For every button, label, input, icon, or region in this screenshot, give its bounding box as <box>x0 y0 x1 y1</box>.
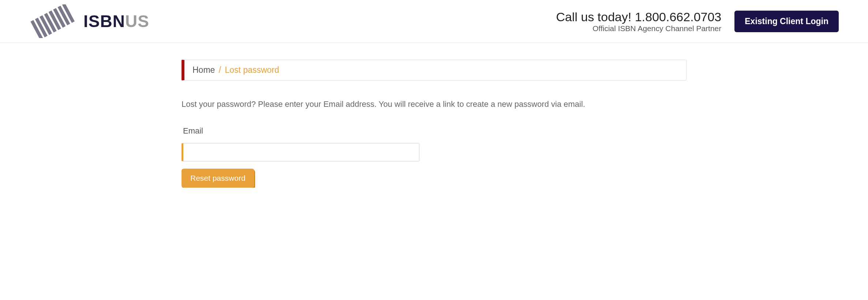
breadcrumb: Home / Lost password <box>182 60 686 80</box>
breadcrumb-home-link[interactable]: Home <box>192 65 215 75</box>
existing-client-login-button[interactable]: Existing Client Login <box>734 11 839 32</box>
call-sub: Official ISBN Agency Channel Partner <box>556 24 721 33</box>
logo-icon <box>29 4 77 38</box>
brand-gray: US <box>125 12 149 31</box>
logo-text: ISBNUS <box>83 11 149 31</box>
main-container: Home / Lost password Lost your password?… <box>174 43 694 188</box>
email-form-group: Email <box>182 126 686 161</box>
call-line: Call us today! 1.800.662.0703 <box>556 10 721 24</box>
site-header: ISBNUS Call us today! 1.800.662.0703 Off… <box>0 0 868 43</box>
breadcrumb-separator: / <box>219 65 221 75</box>
logo[interactable]: ISBNUS <box>29 4 149 38</box>
instructions-text: Lost your password? Please enter your Em… <box>182 98 686 110</box>
brand-dark: ISBN <box>83 12 125 31</box>
header-right: Call us today! 1.800.662.0703 Official I… <box>556 10 839 33</box>
email-label: Email <box>182 126 686 136</box>
reset-password-button[interactable]: Reset password <box>182 169 254 188</box>
breadcrumb-current: Lost password <box>225 65 279 75</box>
call-block: Call us today! 1.800.662.0703 Official I… <box>556 10 721 33</box>
email-input[interactable] <box>182 143 419 161</box>
